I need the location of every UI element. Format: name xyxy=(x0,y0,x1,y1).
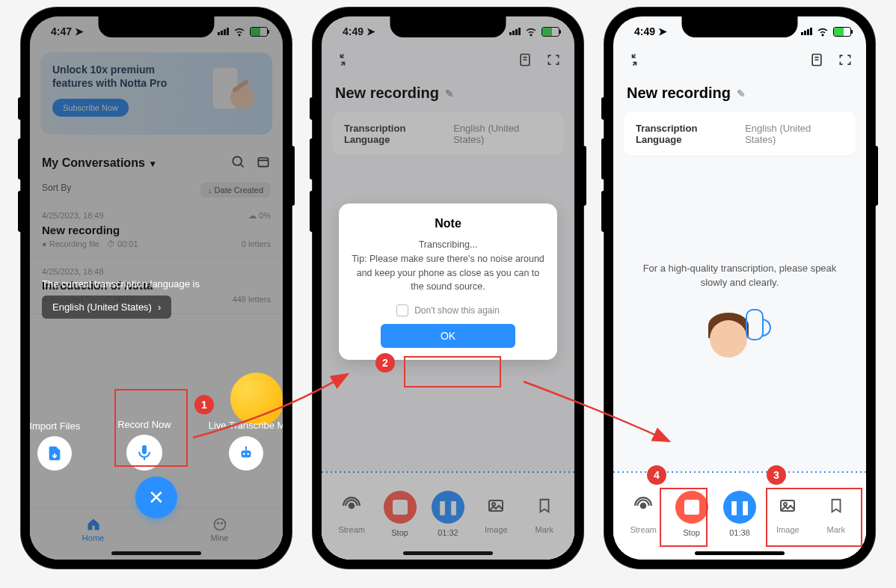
svg-point-13 xyxy=(247,453,249,456)
collapse-icon[interactable] xyxy=(627,52,642,71)
robot-icon xyxy=(229,436,263,471)
phone-frame-3: 4:49➤ New recording ✎ Transcription Lang… xyxy=(604,7,875,569)
live-transcribe-option[interactable]: Live Transcribe Meetings xyxy=(209,420,283,471)
annotation-badge-4: 4 xyxy=(647,465,666,485)
stream-label: Stream xyxy=(630,525,656,534)
phone-frame-2: 4:49➤ New recording ✎ Transcription Lang… xyxy=(313,7,583,569)
live-label: Live Transcribe Meetings xyxy=(209,420,283,432)
person-speaking-illustration xyxy=(702,305,777,373)
recording-title-row: New recording ✎ xyxy=(613,74,866,106)
screen-recording-modal: 4:49➤ New recording ✎ Transcription Lang… xyxy=(322,16,574,560)
language-tooltip: The current transcription language is En… xyxy=(42,278,200,319)
modal-line2: Tip: Please make sure there's no noise a… xyxy=(351,252,545,294)
annotation-box-3 xyxy=(766,488,862,547)
ok-button[interactable]: OK xyxy=(381,324,515,348)
annotation-badge-3: 3 xyxy=(767,465,786,485)
annotation-box-4 xyxy=(660,488,708,547)
checkbox-icon xyxy=(396,304,408,316)
signal-icon xyxy=(801,28,812,35)
language-caption: The current transcription language is xyxy=(42,278,200,290)
timer-label: 01:38 xyxy=(729,528,750,537)
battery-icon xyxy=(833,27,851,37)
dont-show-checkbox[interactable]: Don't show this again xyxy=(351,304,545,316)
import-label: Import Files xyxy=(30,420,80,432)
fab-close-button[interactable]: ✕ xyxy=(135,477,177,518)
language-bar-value: English (United States) xyxy=(745,123,844,145)
edit-title-icon[interactable]: ✎ xyxy=(737,88,746,99)
location-icon: ➤ xyxy=(658,25,667,37)
svg-point-12 xyxy=(243,453,245,456)
chevron-right-icon: › xyxy=(158,301,161,313)
import-files-option[interactable]: Import Files xyxy=(30,420,80,471)
recording-body: For a high-quality transcription, please… xyxy=(613,162,866,471)
svg-point-15 xyxy=(245,446,247,448)
close-icon: ✕ xyxy=(148,486,165,509)
language-bar-label: Transcription Language xyxy=(636,123,745,145)
note-modal: Note Transcribing... Tip: Please make su… xyxy=(339,203,557,360)
wifi-icon xyxy=(815,23,830,40)
modal-title: Note xyxy=(351,217,545,230)
phone-frame-1: 4:47 ➤ Unlock 10x premium features with … xyxy=(21,7,292,569)
modal-line1: Transcribing... xyxy=(351,238,545,252)
status-time: 4:49 xyxy=(634,25,655,37)
annotation-badge-1: 1 xyxy=(194,395,214,414)
svg-point-23 xyxy=(822,34,823,36)
svg-point-27 xyxy=(641,503,646,509)
pause-icon: ❚❚ xyxy=(723,491,756,524)
note-icon[interactable] xyxy=(809,52,824,71)
recording-hint: For a high-quality transcription, please… xyxy=(642,261,837,290)
screen-home: 4:47 ➤ Unlock 10x premium features with … xyxy=(30,16,283,560)
import-icon xyxy=(37,436,72,471)
language-value: English (United States) xyxy=(52,301,152,313)
recording-title: New recording xyxy=(627,85,731,102)
language-pill[interactable]: English (United States) › xyxy=(42,295,171,319)
annotation-box-1 xyxy=(114,389,188,467)
stream-icon xyxy=(628,491,658,521)
annotation-badge-2: 2 xyxy=(375,353,395,373)
pause-button[interactable]: ❚❚ 01:38 xyxy=(717,491,762,537)
annotation-box-2 xyxy=(404,356,501,388)
language-bar[interactable]: Transcription Language English (United S… xyxy=(624,112,856,156)
dont-show-label: Don't show this again xyxy=(414,305,500,316)
expand-icon[interactable] xyxy=(838,52,853,71)
svg-rect-11 xyxy=(241,450,251,457)
